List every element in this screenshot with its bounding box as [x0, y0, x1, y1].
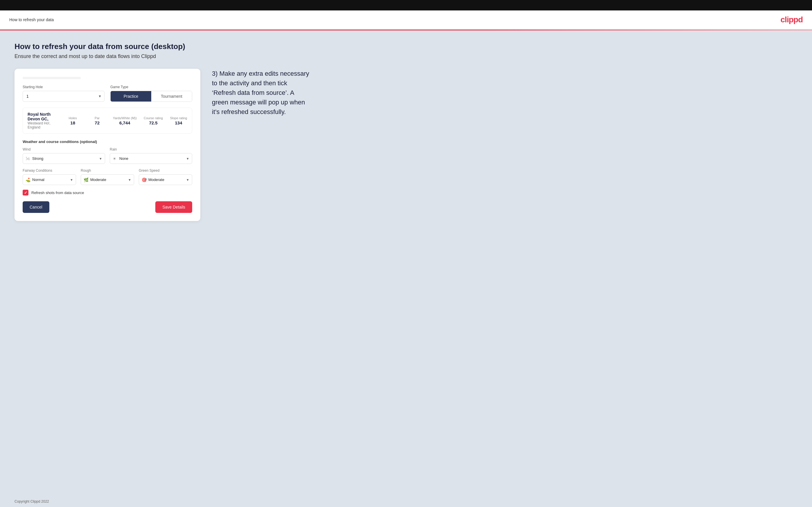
yards-label: Yards/White (M)) — [113, 116, 137, 120]
tab-hint — [22, 77, 81, 79]
holes-stat: Holes 18 — [64, 116, 82, 125]
side-description: 3) Make any extra edits necessary to the… — [212, 69, 311, 117]
rough-label: Rough — [81, 169, 134, 173]
logo: clippd — [781, 15, 803, 24]
main-content: How to refresh your data from source (de… — [0, 31, 812, 496]
starting-hole-group: Starting Hole 1 10 ▼ — [22, 85, 104, 102]
wind-rain-row: Wind 🌬 Strong Light None ▼ Rain ☀ — [22, 147, 192, 164]
checkmark-icon: ✓ — [24, 190, 27, 195]
tournament-button[interactable]: Tournament — [151, 91, 192, 102]
fairway-select-wrapper: ⛳ Normal Wet Dry ▼ — [22, 174, 76, 185]
par-stat: Par 72 — [89, 116, 106, 125]
fairway-rough-green-row: Fairway Conditions ⛳ Normal Wet Dry ▼ Ro… — [22, 169, 192, 185]
side-note: 3) Make any extra edits necessary to the… — [212, 69, 311, 117]
green-speed-label: Green Speed — [139, 169, 192, 173]
course-name: Royal North Devon GC, — [28, 112, 57, 121]
top-bar — [0, 0, 812, 10]
par-label: Par — [95, 116, 100, 120]
wind-select-wrapper: 🌬 Strong Light None ▼ — [22, 153, 105, 164]
holes-label: Holes — [69, 116, 77, 120]
yards-stat: Yards/White (M)) 6,744 — [113, 116, 137, 125]
starting-hole-select-wrapper: 1 10 ▼ — [22, 91, 104, 102]
starting-hole-select[interactable]: 1 10 — [22, 91, 104, 102]
par-value: 72 — [95, 120, 100, 125]
footer: Copyright Clippd 2022 — [0, 496, 812, 507]
wind-label: Wind — [22, 147, 105, 152]
course-rating-label: Course rating — [144, 116, 163, 120]
header-title: How to refresh your data — [9, 17, 54, 22]
yards-value: 6,744 — [119, 120, 130, 125]
form-actions: Cancel Save Details — [22, 201, 192, 213]
rain-select[interactable]: None Light Heavy — [110, 153, 192, 164]
slope-rating-stat: Slope rating 134 — [170, 116, 187, 125]
rain-label: Rain — [110, 147, 192, 152]
form-card: Starting Hole 1 10 ▼ Game Type Practice … — [14, 69, 200, 221]
rough-select[interactable]: Moderate Light Heavy — [81, 174, 134, 185]
refresh-checkbox-row: ✓ Refresh shots from data source — [22, 190, 192, 195]
fairway-label: Fairway Conditions — [22, 169, 76, 173]
slope-rating-value: 134 — [175, 120, 182, 125]
conditions-section-title: Weather and course conditions (optional) — [22, 139, 192, 144]
content-area: Starting Hole 1 10 ▼ Game Type Practice … — [14, 69, 798, 221]
practice-button[interactable]: Practice — [111, 91, 151, 102]
course-rating-value: 72.5 — [149, 120, 157, 125]
refresh-label: Refresh shots from data source — [31, 190, 84, 195]
refresh-checkbox[interactable]: ✓ — [22, 190, 29, 195]
copyright-text: Copyright Clippd 2022 — [14, 500, 49, 504]
slope-rating-label: Slope rating — [170, 116, 187, 120]
rough-group: Rough 🌿 Moderate Light Heavy ▼ — [81, 169, 134, 185]
page-heading: How to refresh your data from source (de… — [14, 42, 798, 51]
course-rating-stat: Course rating 72.5 — [144, 116, 163, 125]
page-subheading: Ensure the correct and most up to date d… — [14, 53, 798, 59]
header: How to refresh your data clippd — [0, 10, 812, 30]
green-speed-group: Green Speed 🎯 Moderate Slow Fast ▼ — [139, 169, 192, 185]
course-row: Royal North Devon GC, Westward Ho!, Engl… — [22, 108, 192, 134]
game-type-label: Game Type — [110, 85, 192, 89]
starting-hole-gametype-row: Starting Hole 1 10 ▼ Game Type Practice … — [22, 85, 192, 102]
course-location: Westward Ho!, England — [28, 121, 57, 129]
rain-select-wrapper: ☀ None Light Heavy ▼ — [110, 153, 192, 164]
rain-group: Rain ☀ None Light Heavy ▼ — [110, 147, 192, 164]
fairway-select[interactable]: Normal Wet Dry — [22, 174, 76, 185]
save-button[interactable]: Save Details — [155, 201, 192, 213]
wind-select[interactable]: Strong Light None — [22, 153, 105, 164]
green-speed-select-wrapper: 🎯 Moderate Slow Fast ▼ — [139, 174, 192, 185]
rough-select-wrapper: 🌿 Moderate Light Heavy ▼ — [81, 174, 134, 185]
cancel-button[interactable]: Cancel — [22, 201, 49, 213]
fairway-group: Fairway Conditions ⛳ Normal Wet Dry ▼ — [22, 169, 76, 185]
starting-hole-label: Starting Hole — [22, 85, 104, 89]
green-speed-select[interactable]: Moderate Slow Fast — [139, 174, 192, 185]
game-type-toggle: Practice Tournament — [110, 91, 192, 102]
wind-group: Wind 🌬 Strong Light None ▼ — [22, 147, 105, 164]
game-type-group: Game Type Practice Tournament — [110, 85, 192, 102]
course-name-block: Royal North Devon GC, Westward Ho!, Engl… — [28, 112, 57, 129]
holes-value: 18 — [70, 120, 75, 125]
